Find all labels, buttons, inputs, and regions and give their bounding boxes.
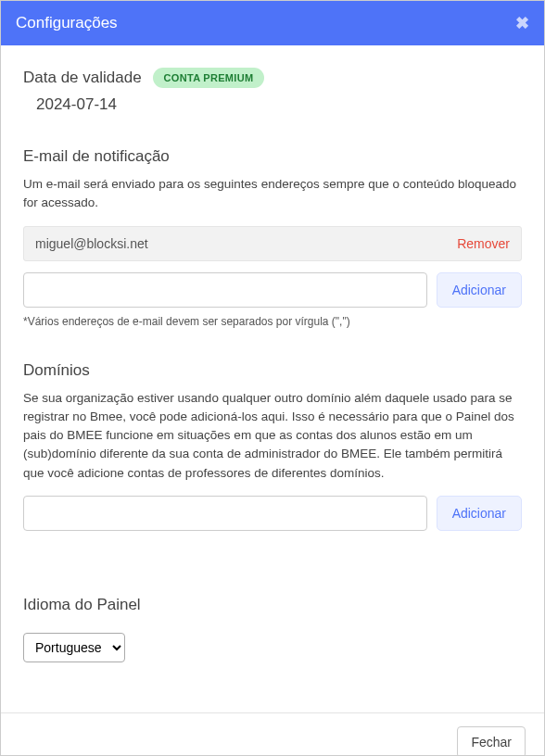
domains-description: Se sua organização estiver usando qualqu… [23, 389, 522, 483]
expiry-date: 2024-07-14 [36, 95, 522, 114]
modal-header: Configurações ✖ [1, 1, 544, 45]
domain-input[interactable] [23, 496, 427, 531]
close-button[interactable]: Fechar [457, 726, 526, 756]
notification-description: Um e-mail será enviado para os seguintes… [23, 175, 522, 213]
modal-title: Configurações [16, 14, 118, 32]
email-input[interactable] [23, 272, 427, 308]
email-hint: *Vários endereços de e-mail devem ser se… [23, 315, 522, 328]
notification-title: E-mail de notificação [23, 147, 522, 166]
language-title: Idioma do Painel [23, 596, 522, 614]
remove-email-button[interactable]: Remover [457, 236, 510, 251]
domains-title: Domínios [23, 361, 522, 380]
language-section: Idioma do Painel Portuguese [23, 596, 522, 662]
add-email-button[interactable]: Adicionar [437, 272, 522, 308]
language-select[interactable]: Portuguese [23, 633, 125, 662]
email-input-row: Adicionar [23, 272, 522, 308]
domain-input-row: Adicionar [23, 496, 522, 531]
close-icon[interactable]: ✖ [515, 13, 529, 33]
add-domain-button[interactable]: Adicionar [437, 496, 522, 531]
modal-body: Data de validade CONTA PREMIUM 2024-07-1… [1, 45, 544, 712]
email-list-item: miguel@blocksi.net Remover [23, 226, 522, 261]
email-address: miguel@blocksi.net [35, 236, 148, 251]
premium-badge: CONTA PREMIUM [153, 68, 265, 88]
modal-footer: Fechar [1, 712, 544, 756]
expiry-row: Data de validade CONTA PREMIUM [23, 68, 522, 88]
expiry-label: Data de validade [23, 69, 142, 87]
domains-section: Domínios Se sua organização estiver usan… [23, 361, 522, 531]
